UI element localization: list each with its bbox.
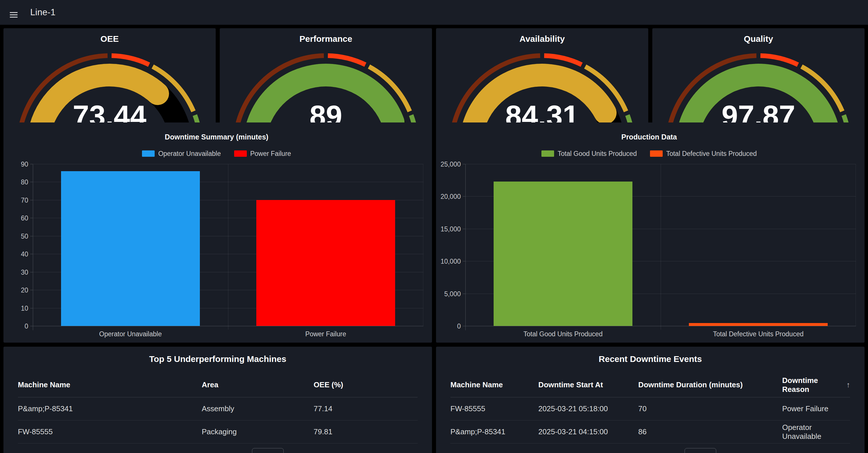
table-cell: Power Failure [782,404,850,413]
x-axis-line [30,326,423,326]
chart-title-downtime: Downtime Summary (minutes) [10,133,423,141]
gauge-row: OEE 73.440100 Performance 890100 Availab… [3,28,865,118]
table-row-section: Top 5 Underperforming Machines Machine N… [3,347,865,453]
y-tick-label: 20 [21,286,28,294]
y-axis-tick [30,164,33,164]
table-cell: 2025-03-21 05:18:00 [538,404,638,413]
column-header-downtime-start-at[interactable]: Downtime Start At [538,381,638,389]
gauge-threshold-segment [544,56,582,65]
pagination-button[interactable] [252,448,284,453]
table-cell: 70 [638,404,782,413]
pagination-button[interactable] [685,448,716,453]
y-axis-line [465,164,466,330]
column-header-label: Downtime Reason [782,376,843,394]
table-row: P&amp;P-853412025-03-21 04:15:0086Operat… [451,420,850,444]
column-header-label: Downtime Start At [538,381,603,389]
sort-ascending-icon: ↑ [846,381,850,389]
panel-title-availability: Availability [436,34,648,44]
column-header-area[interactable]: Area [202,381,314,389]
y-tick-label: 90 [21,160,28,168]
y-tick-label: 20,000 [441,193,461,201]
x-axis-line [463,326,856,326]
panel-underperforming-machines: Top 5 Underperforming Machines Machine N… [3,347,432,453]
legend-swatch [142,150,155,157]
y-tick-label: 80 [21,178,28,186]
y-tick-label: 70 [21,196,28,204]
dashboard-title: Line-1 [30,7,56,18]
legend-swatch [541,150,554,157]
table-body: FW-855552025-03-21 05:18:0070Power Failu… [451,397,850,444]
legend-item[interactable]: Power Failure [234,150,291,157]
legend-swatch [234,150,247,157]
column-header-label: Area [202,381,218,389]
y-axis-tick [463,229,465,229]
table-cell: FW-85555 [18,427,202,436]
legend-label: Power Failure [250,150,291,158]
topbar: Line-1 [0,0,868,25]
y-axis-tick [30,200,33,200]
column-header-machine-name[interactable]: Machine Name [18,381,202,389]
x-category-label: Power Failure [228,330,423,338]
legend-item[interactable]: Total Defective Units Produced [650,150,757,157]
panel-title-oee: OEE [3,34,216,44]
chart-title-production: Production Data [442,133,856,141]
legend-label: Total Good Units Produced [558,150,637,158]
panel-title-performance: Performance [220,34,432,44]
y-tick-label: 60 [21,214,28,222]
panel-title-quality: Quality [652,34,865,44]
column-header-label: Machine Name [451,381,503,389]
y-axis-tick [30,236,33,236]
gauge-threshold-segment [112,56,149,65]
y-axis-tick [463,196,465,197]
bar-total-good-units-produced[interactable] [494,182,632,326]
table-cell: P&amp;P-85341 [451,427,538,436]
gauge-threshold-segment [328,56,365,65]
y-axis-labels: 05,00010,00015,00020,00025,000 [442,164,465,326]
y-tick-label: 40 [21,250,28,258]
column-header-machine-name[interactable]: Machine Name [451,381,538,389]
y-axis-tick [30,182,33,182]
x-category-label: Total Good Units Produced [465,330,661,338]
category-divider-line [228,164,228,330]
legend-swatch [650,150,663,157]
legend-label: Total Defective Units Produced [666,150,757,158]
y-tick-label: 30 [21,268,28,276]
y-axis-tick [30,290,33,290]
table-header: Machine NameDowntime Start AtDowntime Du… [451,372,850,397]
x-axis-labels: Total Good Units ProducedTotal Defective… [465,330,856,338]
downtime-chart-legend: Operator UnavailablePower Failure [10,150,423,157]
y-axis-tick [463,164,465,164]
legend-item[interactable]: Operator Unavailable [142,150,221,157]
table-cell: Operator Unavailable [782,423,850,441]
table-row: FW-855552025-03-21 05:18:0070Power Failu… [451,397,850,420]
bar-total-defective-units-produced[interactable] [689,323,827,326]
production-plot-area [465,164,856,326]
column-header-oee-[interactable]: OEE (%) [314,381,417,389]
hamburger-icon [10,12,18,13]
table-cell: Packaging [202,427,314,436]
y-axis-tick [463,326,465,326]
legend-item[interactable]: Total Good Units Produced [541,150,637,157]
y-tick-label: 0 [457,323,461,330]
table-cell: P&amp;P-85341 [18,404,202,413]
table-cell: 77.14 [314,404,417,413]
column-header-label: Machine Name [18,381,70,389]
menu-toggle-button[interactable] [10,9,18,16]
table-cell: 79.81 [314,427,417,436]
bar-power-failure[interactable] [256,200,395,326]
table-title-underperforming: Top 5 Underperforming Machines [18,354,417,364]
table-title-downtime-events: Recent Downtime Events [451,354,850,364]
column-header-downtime-reason[interactable]: Downtime Reason↑ [782,376,850,394]
column-header-downtime-duration-minutes-[interactable]: Downtime Duration (minutes) [638,381,782,389]
y-axis-tick [30,308,33,308]
gauge-threshold-segment [760,56,798,65]
panel-downtime-summary: Downtime Summary (minutes) Operator Unav… [3,122,432,343]
chart-row: Downtime Summary (minutes) Operator Unav… [3,122,865,343]
x-axis-labels: Operator UnavailablePower Failure [33,330,423,338]
panel-recent-downtime-events: Recent Downtime Events Machine NameDownt… [436,347,865,453]
y-tick-label: 50 [21,232,28,240]
bar-operator-unavailable[interactable] [61,171,199,326]
downtime-plot-area [33,164,423,326]
y-axis-tick [30,254,33,254]
table-header: Machine NameAreaOEE (%) [18,372,417,397]
